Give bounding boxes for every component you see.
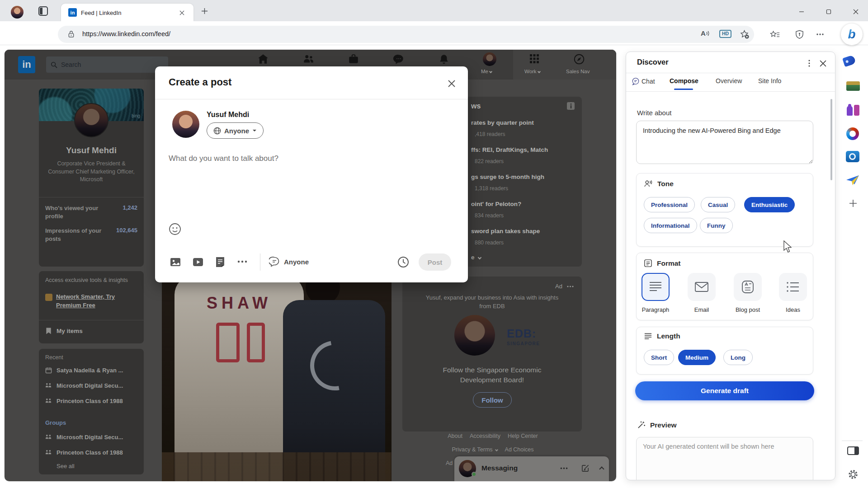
visibility-selector[interactable]: Anyone [207,122,264,139]
schedule-post-icon[interactable] [397,256,409,268]
tone-option-informational[interactable]: Informational [644,218,697,233]
ad-company-logo[interactable]: EDB: SINGAPORE [507,327,540,346]
ad-options-icon[interactable] [567,286,574,287]
games-icon[interactable] [846,104,860,117]
tab-overview[interactable]: Overview [716,77,742,84]
nav-messaging-icon[interactable] [393,53,405,65]
footer-link[interactable]: Ad Choices [505,446,534,453]
length-option-long[interactable]: Long [723,350,753,365]
post-button[interactable]: Post [419,253,451,271]
linkedin-logo[interactable]: in [18,56,35,73]
outlook-icon[interactable] [846,151,859,162]
profile-avatar[interactable] [74,103,108,137]
group-item[interactable]: Microsoft Digital Secu... [45,434,123,441]
follow-button[interactable]: Follow [473,392,512,408]
browser-profile-avatar[interactable] [11,6,24,19]
footer-link[interactable]: Privacy & Terms [452,446,497,453]
nav-notifications-icon[interactable] [438,53,450,65]
more-options-icon[interactable] [237,260,247,263]
format-option-ideas[interactable] [779,273,807,301]
tab-chat[interactable]: Chat [632,77,655,85]
tab-close-icon[interactable] [178,9,186,17]
panel-scrollbar[interactable] [830,99,832,180]
address-bar[interactable]: https://www.linkedin.com/feed/ A HD [58,26,754,43]
format-option-blog-post[interactable] [734,273,762,301]
footer-link[interactable]: Accessibility [470,433,500,439]
my-items-link[interactable]: My items [45,327,83,335]
emoji-icon[interactable] [169,223,181,235]
nav-salesnav-label[interactable]: Sales Nav [566,69,590,74]
microsoft-365-icon[interactable] [846,127,859,140]
tone-option-enthusiastic[interactable]: Enthusiastic [744,197,795,212]
tab-compose[interactable]: Compose [670,77,698,84]
modal-close-icon[interactable] [444,76,459,91]
nav-salesnav-icon[interactable] [573,53,585,65]
news-headline[interactable]: ffs: REI, DraftKings, Match [471,146,548,153]
comment-control[interactable]: Anyone [269,256,309,267]
news-headline[interactable]: gs surge to 5-month high [471,174,544,180]
premium-link[interactable]: Network Smarter, Try Premium Free [56,293,133,310]
browser-essentials-icon[interactable] [793,28,806,41]
bing-chat-icon[interactable]: b [841,23,863,45]
group-item[interactable]: Princeton Class of 1988 [45,449,123,456]
messaging-expand-icon[interactable] [599,466,604,471]
lock-icon[interactable] [68,30,75,38]
designer-icon[interactable] [845,174,860,186]
add-to-sidebar-icon[interactable] [849,199,858,208]
nav-me-avatar[interactable] [483,52,496,66]
browser-tab[interactable]: in Feed | LinkedIn [61,4,193,21]
stat1-value[interactable]: 1,242 [123,204,137,211]
url-text[interactable]: https://www.linkedin.com/feed/ [82,30,170,38]
panel-close-icon[interactable] [818,58,828,68]
sidebar-settings-icon[interactable] [848,469,859,480]
nav-work-icon[interactable] [529,53,540,64]
toolbox-icon[interactable] [846,81,860,91]
window-maximize-button[interactable] [822,9,835,15]
add-media-icon[interactable] [170,256,181,268]
messaging-bar[interactable]: Messaging [454,456,609,481]
search-input[interactable]: Search [46,56,168,73]
add-video-icon[interactable] [192,256,204,268]
nav-network-icon[interactable] [302,53,314,65]
nav-work-label[interactable]: Work [524,69,540,74]
favorites-icon[interactable] [769,28,781,41]
tab-actions-icon[interactable] [38,6,48,16]
profile-name[interactable]: Yusuf Mehdi [39,145,144,155]
stat2-value[interactable]: 102,645 [116,227,137,234]
stat2-label[interactable]: Impressions of your posts [45,227,104,243]
read-aloud-icon[interactable]: A [701,29,710,37]
new-tab-icon[interactable] [200,7,208,15]
tone-option-funny[interactable]: Funny [700,218,733,233]
recent-item[interactable]: Microsoft Digital Secu... [45,382,123,389]
news-headline[interactable]: rates by quarter point [471,119,534,126]
hd-icon[interactable]: HD [719,30,731,38]
settings-more-icon[interactable] [814,28,826,41]
news-headline[interactable]: sword plan takes shape [471,228,540,235]
length-option-short[interactable]: Short [644,350,674,365]
window-minimize-button[interactable] [795,9,808,15]
post-text-input[interactable]: What do you want to talk about? [169,154,278,163]
footer-link[interactable]: Help Center [508,433,538,439]
recent-item[interactable]: Satya Nadella & Ryan ... [45,367,123,374]
stat1-label[interactable]: Who's viewed your profile [45,204,104,220]
tone-option-casual[interactable]: Casual [701,197,735,212]
add-document-icon[interactable] [215,256,226,268]
groups-label[interactable]: Groups [45,419,66,426]
info-icon[interactable] [567,102,575,110]
tab-site-info[interactable]: Site Info [758,77,781,84]
messaging-options-icon[interactable] [560,467,568,469]
format-option-paragraph[interactable] [642,273,670,301]
news-show-more[interactable]: e [471,254,481,261]
write-about-input[interactable]: Introducing the new AI-Powered Bing and … [636,121,813,164]
length-option-medium[interactable]: Medium [678,350,716,365]
nav-me-label[interactable]: Me [481,69,492,74]
compose-message-icon[interactable] [581,464,590,473]
nav-jobs-icon[interactable] [348,53,359,65]
recent-item[interactable]: Princeton Class of 1988 [45,398,123,404]
toggle-sidebar-icon[interactable] [847,446,859,455]
window-close-button[interactable] [849,9,863,15]
shopping-icon[interactable] [842,54,859,69]
news-headline[interactable]: oint' for Peloton? [471,201,521,207]
tone-option-professional[interactable]: Professional [644,197,695,212]
add-favorite-icon[interactable] [740,29,749,39]
